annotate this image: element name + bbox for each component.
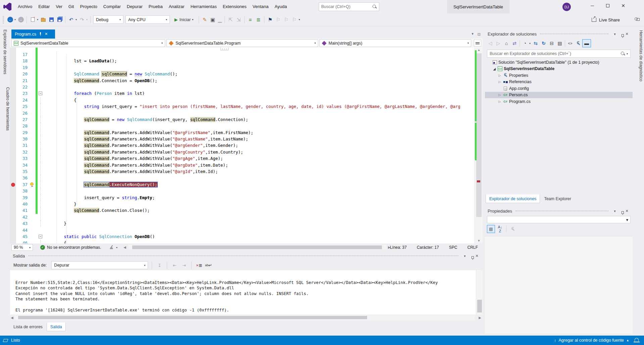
breakpoint-margin[interactable] bbox=[10, 227, 16, 233]
code-text[interactable]: sqlCommand.Parameters.AddWithValue("@arg… bbox=[44, 162, 483, 168]
property-pages-icon[interactable] bbox=[509, 225, 517, 233]
code-text[interactable] bbox=[44, 84, 483, 90]
browser-preview-icon[interactable]: ▣ bbox=[209, 15, 217, 24]
nav-forward-icon[interactable]: → bbox=[17, 15, 25, 24]
fold-margin[interactable] bbox=[38, 116, 44, 123]
tree-item-referencias[interactable]: ▷Referencias bbox=[485, 79, 633, 85]
expander-icon[interactable]: ▷ bbox=[497, 100, 502, 103]
expander-icon[interactable]: ▷ bbox=[497, 93, 502, 97]
close-icon[interactable]: ✕ bbox=[474, 254, 480, 258]
code-line[interactable]: 40 } bbox=[10, 201, 483, 207]
tab-error-list[interactable]: Lista de errores bbox=[10, 323, 46, 331]
nav-back-icon[interactable]: ← bbox=[6, 15, 14, 24]
code-text[interactable] bbox=[44, 64, 483, 71]
close-icon[interactable]: ✕ bbox=[624, 32, 630, 36]
back-icon[interactable]: ◁ bbox=[486, 39, 494, 47]
code-cleanup-icon[interactable] bbox=[109, 245, 114, 250]
fold-margin[interactable] bbox=[38, 227, 44, 233]
collapse-icon[interactable]: − bbox=[39, 92, 42, 95]
tree-item-program-cs[interactable]: ▷C#Program.cs bbox=[485, 98, 633, 105]
breakpoint-margin[interactable] bbox=[10, 77, 16, 84]
fold-margin[interactable] bbox=[38, 214, 44, 220]
editor-horizontal-scrollbar[interactable] bbox=[128, 245, 387, 250]
breakpoint-margin[interactable] bbox=[10, 149, 16, 155]
chevron-down-icon[interactable]: ▾ bbox=[612, 209, 618, 213]
zoom-dropdown[interactable]: 90 %▾ bbox=[11, 244, 33, 251]
fold-margin[interactable] bbox=[38, 142, 44, 149]
menu-item-extensiones[interactable]: Extensiones bbox=[220, 0, 250, 13]
code-line[interactable]: 33 sqlCommand.Parameters.AddWithValue("@… bbox=[10, 155, 483, 162]
code-text[interactable]: static public SqlConnection OpenDB() bbox=[44, 233, 483, 240]
chevron-down-icon[interactable]: ▼ bbox=[471, 32, 474, 37]
code-text[interactable]: SqlCommand sqlCommand = new SqlCommand()… bbox=[44, 71, 483, 77]
prev-message-icon[interactable]: ⇤ bbox=[171, 262, 178, 269]
next-bookmark-icon[interactable]: ⚐ bbox=[282, 15, 290, 24]
quick-search-box[interactable]: Buscar (Ctrl+Q) bbox=[319, 2, 379, 11]
breakpoint-margin[interactable] bbox=[10, 64, 16, 71]
tab-team-explorer[interactable]: Team Explorer bbox=[541, 194, 575, 203]
code-text[interactable]: sqlCommand.Parameters.AddWithValue("@arg… bbox=[44, 129, 483, 136]
breakpoint-margin[interactable] bbox=[10, 240, 16, 243]
code-text[interactable]: sqlCommand.Connection = OpenDB(); bbox=[44, 77, 483, 84]
fold-margin[interactable] bbox=[38, 84, 44, 90]
decrease-indent-icon[interactable]: ≡ bbox=[246, 15, 254, 24]
fold-margin[interactable] bbox=[38, 129, 44, 136]
breakpoint-margin[interactable] bbox=[10, 233, 16, 240]
show-all-files-icon[interactable]: ▬ bbox=[582, 39, 591, 47]
code-line[interactable]: 37 sqlCommand.ExecuteNonQuery(); bbox=[10, 181, 483, 188]
redo-icon[interactable]: ↷ bbox=[78, 15, 86, 24]
collapse-icon[interactable]: − bbox=[39, 235, 42, 238]
solution-platform-dropdown[interactable]: Any CPU▾ bbox=[126, 15, 170, 24]
fold-margin[interactable] bbox=[38, 181, 44, 188]
collapse-icon[interactable]: ▁ bbox=[217, 15, 223, 24]
fold-margin[interactable] bbox=[38, 58, 44, 64]
breakpoint-margin[interactable] bbox=[10, 97, 16, 103]
breakpoint-margin[interactable] bbox=[10, 48, 16, 51]
breakpoint-margin[interactable] bbox=[10, 162, 16, 168]
code-line[interactable]: 46 { bbox=[10, 240, 483, 243]
breakpoint-margin[interactable] bbox=[10, 194, 16, 201]
code-text[interactable]: sqlCommand.Connection.Close(); bbox=[44, 207, 483, 214]
code-text[interactable]: } bbox=[44, 201, 483, 207]
code-text[interactable]: sqlCommand.ExecuteNonQuery(); bbox=[44, 181, 483, 188]
step-over-document-icon[interactable]: ⇱ bbox=[227, 15, 235, 24]
code-line[interactable]: 45− static public SqlConnection OpenDB() bbox=[10, 233, 483, 240]
fold-margin[interactable] bbox=[38, 103, 44, 110]
menu-item-archivo[interactable]: Archivo bbox=[15, 0, 35, 13]
code-text[interactable]: lst = LoadData(); bbox=[44, 58, 483, 64]
scroll-left-icon[interactable]: ◀ bbox=[11, 316, 13, 320]
switch-views-icon[interactable]: ⇆ bbox=[532, 39, 540, 47]
breakpoint-margin[interactable] bbox=[10, 155, 16, 162]
code-line[interactable]: 26 bbox=[10, 110, 483, 116]
fold-margin[interactable] bbox=[38, 77, 44, 84]
menu-item-ver[interactable]: Ver bbox=[53, 0, 65, 13]
clear-all-icon[interactable]: ✕≣ bbox=[195, 262, 203, 269]
restore-button[interactable] bbox=[600, 0, 615, 11]
sidebar-tab-diagnostic-tools[interactable]: Herramientas de diagnóstico bbox=[633, 30, 643, 104]
code-text[interactable]: { bbox=[44, 240, 483, 243]
breakpoint-margin[interactable] bbox=[10, 71, 16, 77]
close-icon[interactable]: ✕ bbox=[45, 32, 48, 36]
menu-item-editar[interactable]: Editar bbox=[35, 0, 53, 13]
breakpoint-margin[interactable] bbox=[10, 136, 16, 142]
code-line[interactable]: 32 sqlCommand.Parameters.AddWithValue("@… bbox=[10, 149, 483, 155]
notifications-bell-icon[interactable] bbox=[635, 338, 639, 341]
project-dropdown[interactable]: C# SqlServerInsertDataTable ▾ bbox=[11, 39, 165, 47]
solution-explorer-search[interactable]: Buscar en Explorador de soluciones (Ctrl… bbox=[487, 50, 631, 58]
tree-item-sqlserverinsertdatatable[interactable]: ◢C#SqlServerInsertDataTable bbox=[485, 66, 633, 72]
menu-item-prueba[interactable]: Prueba bbox=[146, 0, 166, 13]
start-debug-button[interactable]: ▶ Iniciar ▾ bbox=[171, 15, 197, 24]
output-source-dropdown[interactable]: Depurar ▾ bbox=[51, 261, 148, 269]
code-line[interactable]: 24 { bbox=[10, 97, 483, 103]
next-message-icon[interactable]: ⇥ bbox=[180, 262, 188, 269]
member-dropdown[interactable]: Main(string[] args) ▾ bbox=[319, 39, 471, 47]
code-line[interactable]: 42 bbox=[10, 214, 483, 220]
chevron-down-icon[interactable]: ▾ bbox=[528, 42, 532, 45]
save-icon[interactable] bbox=[47, 15, 55, 24]
code-line[interactable]: 39 insert_query = string.Empty; bbox=[10, 194, 483, 201]
breakpoint-margin[interactable] bbox=[10, 207, 16, 214]
breakpoint-margin[interactable] bbox=[10, 201, 16, 207]
menu-item-depurar[interactable]: Depurar bbox=[124, 0, 146, 13]
menu-item-git[interactable]: Git bbox=[65, 0, 77, 13]
breakpoint-margin[interactable] bbox=[10, 84, 16, 90]
